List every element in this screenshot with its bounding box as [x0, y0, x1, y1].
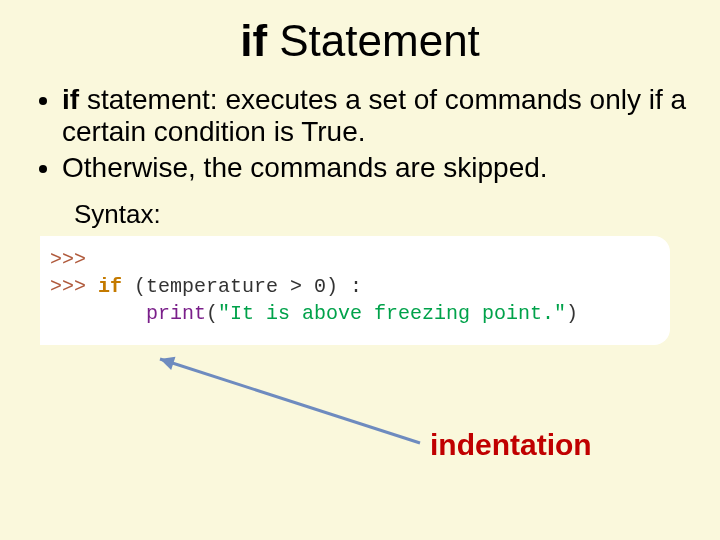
indentation-label: indentation [430, 428, 592, 462]
svg-line-0 [160, 359, 420, 443]
arrow-icon [0, 0, 720, 540]
slide: if Statement if statement: executes a se… [0, 0, 720, 540]
